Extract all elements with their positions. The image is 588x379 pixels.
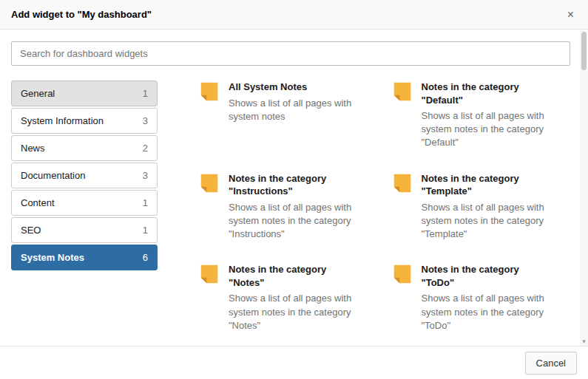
widget-description: Shows a list of all pages with system no…	[422, 109, 571, 150]
modal-footer: Cancel	[0, 346, 588, 379]
category-count: 6	[143, 252, 148, 263]
widget-description: Shows a list of all pages with system no…	[229, 97, 378, 123]
widget-notes-instructions[interactable]: Notes in the category "Instructions" Sho…	[198, 172, 378, 242]
category-count: 3	[143, 115, 148, 126]
category-label: News	[21, 143, 45, 154]
category-label: Content	[21, 197, 55, 208]
sidebar-item-news[interactable]: News 2	[11, 135, 158, 161]
add-widget-modal: Add widget to "My dashboard" × General 1…	[0, 0, 588, 379]
category-label: System Notes	[21, 252, 84, 263]
category-label: System Information	[21, 115, 104, 126]
category-count: 1	[143, 88, 148, 99]
scrollbar[interactable]: ▾	[580, 30, 588, 346]
category-label: SEO	[21, 225, 41, 236]
sidebar-item-general[interactable]: General 1	[11, 81, 158, 106]
category-count: 1	[143, 225, 148, 236]
widget-description: Shows a list of all pages with system no…	[229, 292, 378, 332]
note-icon	[391, 263, 413, 285]
widget-text: Notes in the category "Notes" Shows a li…	[229, 263, 378, 332]
cancel-button[interactable]: Cancel	[525, 352, 577, 375]
widget-text: All System Notes Shows a list of all pag…	[229, 81, 378, 123]
category-label: Documentation	[21, 170, 85, 181]
note-icon	[198, 172, 220, 194]
sidebar-item-content[interactable]: Content 1	[11, 190, 158, 216]
widget-text: Notes in the category "ToDo" Shows a lis…	[422, 263, 571, 332]
note-icon	[198, 81, 220, 103]
widget-notes-todo[interactable]: Notes in the category "ToDo" Shows a lis…	[391, 263, 571, 332]
widget-title: Notes in the category "Template"	[422, 172, 551, 198]
widget-grid: All System Notes Shows a list of all pag…	[198, 81, 570, 332]
widget-title: Notes in the category "Default"	[422, 81, 551, 106]
scrollbar-thumb[interactable]	[581, 32, 587, 70]
widget-description: Shows a list of all pages with system no…	[229, 201, 378, 242]
modal-header: Add widget to "My dashboard" ×	[0, 0, 588, 30]
modal-title: Add widget to "My dashboard"	[11, 9, 152, 20]
widget-description: Shows a list of all pages with system no…	[422, 201, 571, 242]
widget-notes-notes[interactable]: Notes in the category "Notes" Shows a li…	[198, 263, 378, 332]
widget-notes-template[interactable]: Notes in the category "Template" Shows a…	[391, 172, 571, 242]
widget-title: Notes in the category "Instructions"	[229, 172, 358, 198]
note-icon	[198, 263, 220, 285]
widget-title: Notes in the category "ToDo"	[422, 263, 551, 289]
widget-text: Notes in the category "Default" Shows a …	[422, 81, 571, 150]
category-count: 1	[143, 197, 148, 208]
sidebar-item-system-information[interactable]: System Information 3	[11, 108, 158, 134]
modal-body: General 1 System Information 3 News 2 Do…	[0, 30, 588, 346]
sidebar-item-documentation[interactable]: Documentation 3	[11, 163, 158, 188]
sidebar-item-seo[interactable]: SEO 1	[11, 217, 158, 243]
widget-notes-default[interactable]: Notes in the category "Default" Shows a …	[391, 81, 571, 150]
category-list: General 1 System Information 3 News 2 Do…	[11, 81, 158, 332]
sidebar-item-system-notes[interactable]: System Notes 6	[11, 245, 158, 270]
category-count: 2	[143, 143, 148, 154]
widget-title: All System Notes	[229, 81, 358, 94]
widget-all-system-notes[interactable]: All System Notes Shows a list of all pag…	[198, 81, 378, 150]
note-icon	[391, 172, 413, 194]
widget-text: Notes in the category "Template" Shows a…	[422, 172, 571, 242]
widget-title: Notes in the category "Notes"	[229, 263, 358, 289]
scroll-down-icon[interactable]: ▾	[580, 337, 588, 346]
content-row: General 1 System Information 3 News 2 Do…	[11, 81, 570, 332]
category-count: 3	[143, 170, 148, 181]
category-label: General	[21, 88, 55, 99]
close-icon[interactable]: ×	[564, 6, 577, 24]
widget-text: Notes in the category "Instructions" Sho…	[229, 172, 378, 242]
widget-description: Shows a list of all pages with system no…	[422, 292, 571, 332]
search-input[interactable]	[11, 41, 570, 66]
note-icon	[391, 81, 413, 103]
